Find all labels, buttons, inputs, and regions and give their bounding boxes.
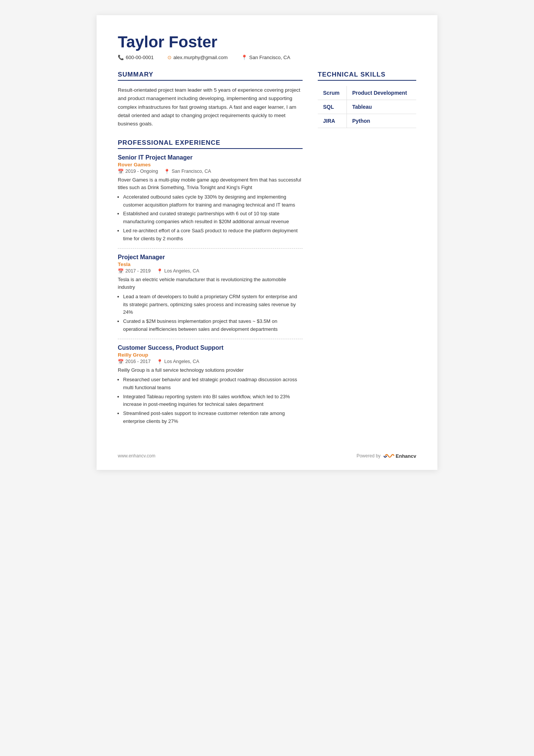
job-1-bullets: Accelerated outbound sales cycle by 330%… — [123, 193, 303, 243]
location-text: San Francisco, CA — [249, 55, 290, 60]
job-3-meta: 📅 2016 - 2017 📍 Los Angeles, CA — [118, 359, 303, 365]
bullet-item: Integrated Tableau reporting system into… — [123, 393, 303, 409]
job-2-title: Project Manager — [118, 254, 303, 261]
bullet-item: Led re-architect effort of a core SaaS p… — [123, 227, 303, 243]
calendar-icon: 📅 — [118, 169, 124, 174]
bullet-item: Streamlined post-sales support to increa… — [123, 410, 303, 426]
location-contact: 📍 San Francisco, CA — [241, 55, 290, 60]
job-3-desc: Reilly Group is a full service technolog… — [118, 366, 303, 374]
loc-icon-3: 📍 — [157, 359, 163, 365]
summary-section: SUMMARY Result-orientated project team l… — [118, 71, 303, 128]
footer-powered: Powered by Enhancv — [356, 452, 416, 459]
loc-icon-2: 📍 — [157, 268, 163, 274]
job-1-desc: Rover Games is a multi-play mobile game … — [118, 176, 303, 191]
powered-by-label: Powered by — [356, 453, 380, 459]
email-contact: ⊙ alex.murphy@gmail.com — [167, 55, 228, 60]
job-1-date: 📅 2019 - Ongoing — [118, 169, 158, 174]
job-3-company: Reilly Group — [118, 352, 303, 358]
job-1-title: Senior IT Project Manager — [118, 154, 303, 161]
job-2-meta: 📅 2017 - 2019 📍 Los Angeles, CA — [118, 268, 303, 274]
resume-page: Taylor Foster 📞 600-00-0001 ⊙ alex.murph… — [97, 15, 437, 470]
summary-title: SUMMARY — [118, 71, 303, 81]
job-1-meta: 📅 2019 - Ongoing 📍 San Francisco, CA — [118, 169, 303, 174]
email-icon: ⊙ — [167, 55, 172, 60]
skills-title: TECHNICAL SKILLS — [318, 71, 416, 81]
bullet-item: Established and curated strategic partne… — [123, 210, 303, 226]
bullet-item: Researched user behavior and led strateg… — [123, 376, 303, 392]
job-1-company: Rover Games — [118, 162, 303, 167]
calendar-icon-2: 📅 — [118, 268, 124, 274]
contact-row: 📞 600-00-0001 ⊙ alex.murphy@gmail.com 📍 … — [118, 55, 416, 60]
left-column: SUMMARY Result-orientated project team l… — [118, 71, 303, 429]
location-icon: 📍 — [241, 55, 247, 60]
skill-sql: SQL — [318, 100, 347, 114]
job-3-date: 📅 2016 - 2017 — [118, 359, 151, 365]
skills-row-2: SQL Tableau — [318, 100, 416, 114]
phone-icon: 📞 — [118, 55, 124, 60]
job-2-company: Tesla — [118, 261, 303, 267]
skills-row-1: Scrum Product Development — [318, 86, 416, 100]
enhancv-logo: Enhancv — [384, 452, 416, 459]
job-2-desc: Tesla is an electric vehicle manufacture… — [118, 276, 303, 291]
job-3-title: Customer Success, Product Support — [118, 344, 303, 351]
job-3-location: 📍 Los Angeles, CA — [157, 359, 199, 365]
phone-number: 600-00-0001 — [126, 55, 154, 60]
job-1: Senior IT Project Manager Rover Games 📅 … — [118, 154, 303, 243]
phone-contact: 📞 600-00-0001 — [118, 55, 154, 60]
job-3-bullets: Researched user behavior and led strateg… — [123, 376, 303, 426]
job-1-location: 📍 San Francisco, CA — [164, 169, 211, 174]
experience-title: PROFESSIONAL EXPERIENCE — [118, 139, 303, 149]
calendar-icon-3: 📅 — [118, 359, 124, 365]
bullet-item: Lead a team of developers to build a pro… — [123, 293, 303, 316]
job-2: Project Manager Tesla 📅 2017 - 2019 📍 Lo… — [118, 254, 303, 333]
skill-scrum: Scrum — [318, 86, 347, 100]
summary-text: Result-orientated project team leader wi… — [118, 86, 303, 128]
email-address: alex.murphy@gmail.com — [173, 55, 228, 60]
bullet-item: Accelerated outbound sales cycle by 330%… — [123, 193, 303, 209]
skill-tableau: Tableau — [347, 100, 416, 114]
enhancv-brand: Enhancv — [396, 453, 416, 459]
loc-icon-1: 📍 — [164, 169, 170, 174]
exp-divider-2 — [118, 339, 303, 339]
job-2-bullets: Lead a team of developers to build a pro… — [123, 293, 303, 333]
skill-python: Python — [347, 114, 416, 128]
skill-product-dev: Product Development — [347, 86, 416, 100]
skills-row-3: JIRA Python — [318, 114, 416, 128]
footer-website: www.enhancv.com — [118, 453, 155, 459]
header: Taylor Foster 📞 600-00-0001 ⊙ alex.murph… — [118, 33, 416, 60]
footer: www.enhancv.com Powered by Enhancv — [118, 452, 416, 459]
candidate-name: Taylor Foster — [118, 33, 416, 51]
technical-skills-section: TECHNICAL SKILLS Scrum Product Developme… — [318, 71, 416, 128]
bullet-item: Curated a $2M business implementation pr… — [123, 318, 303, 333]
job-2-location: 📍 Los Angeles, CA — [157, 268, 199, 274]
job-3: Customer Success, Product Support Reilly… — [118, 344, 303, 426]
main-content: SUMMARY Result-orientated project team l… — [118, 71, 416, 429]
job-2-date: 📅 2017 - 2019 — [118, 268, 151, 274]
exp-divider-1 — [118, 248, 303, 249]
skill-jira: JIRA — [318, 114, 347, 128]
enhancv-icon — [384, 452, 394, 459]
skills-table: Scrum Product Development SQL Tableau JI… — [318, 86, 416, 128]
right-column: TECHNICAL SKILLS Scrum Product Developme… — [318, 71, 416, 429]
experience-section: PROFESSIONAL EXPERIENCE Senior IT Projec… — [118, 139, 303, 426]
